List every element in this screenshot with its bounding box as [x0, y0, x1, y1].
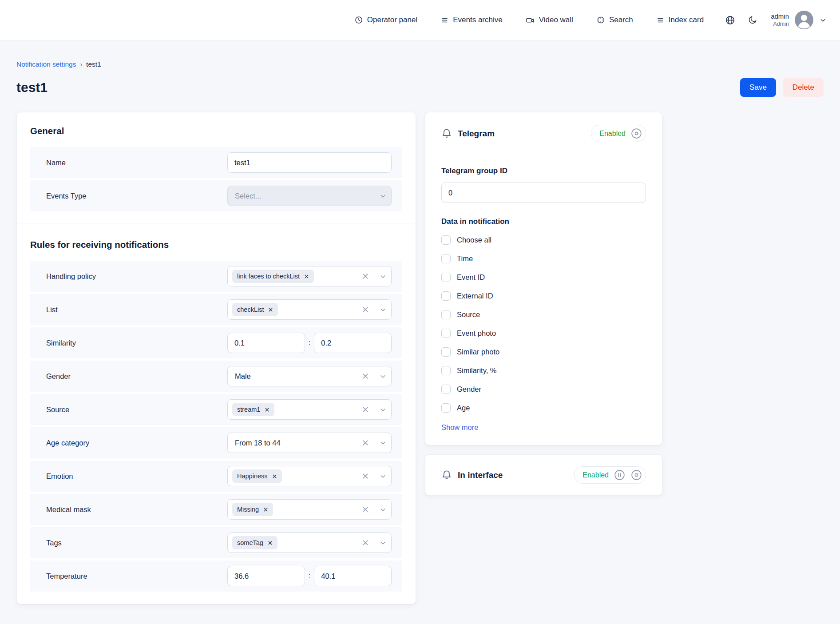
- nav-index-card[interactable]: Index card: [656, 16, 704, 24]
- select-tail: [362, 504, 387, 515]
- remove-chip-icon[interactable]: [268, 307, 273, 312]
- checkbox-label: External ID: [457, 292, 493, 300]
- checkbox-row-time[interactable]: Time: [441, 254, 646, 263]
- checkbox-row-event-photo[interactable]: Event photo: [441, 329, 646, 338]
- checkbox-row-age[interactable]: Age: [441, 403, 646, 413]
- checkbox[interactable]: [441, 347, 451, 357]
- nav-events-archive[interactable]: Events archive: [440, 16, 503, 24]
- clear-icon[interactable]: [362, 373, 369, 380]
- checkbox-row-source[interactable]: Source: [441, 310, 646, 319]
- chevron-down-icon[interactable]: [379, 539, 387, 547]
- stop-circle-icon[interactable]: [630, 469, 642, 481]
- clear-icon[interactable]: [362, 439, 369, 446]
- chevron-down-icon[interactable]: [379, 306, 387, 314]
- nav-label: Events archive: [453, 16, 503, 24]
- clear-icon[interactable]: [362, 406, 369, 413]
- telegram-group-id-input[interactable]: [441, 183, 646, 203]
- chevron-down-icon[interactable]: [379, 192, 387, 200]
- breadcrumb-root-link[interactable]: Notification settings: [16, 60, 76, 68]
- tags-select[interactable]: someTag: [227, 533, 392, 553]
- chevron-down-icon[interactable]: [379, 273, 387, 280]
- checkbox[interactable]: [441, 385, 451, 394]
- stop-circle-icon[interactable]: [630, 127, 642, 139]
- name-row: Name: [30, 147, 402, 178]
- in-interface-header: In interface Enabled: [441, 466, 646, 484]
- checkbox-row-event-id[interactable]: Event ID: [441, 273, 646, 282]
- checkbox[interactable]: [441, 273, 451, 282]
- list-icon: [440, 16, 449, 24]
- save-button[interactable]: Save: [740, 78, 776, 97]
- medical-mask-select[interactable]: Missing: [227, 499, 392, 520]
- show-more-link[interactable]: Show more: [441, 423, 478, 432]
- chevron-down-icon[interactable]: [379, 373, 387, 380]
- checkbox[interactable]: [441, 329, 451, 338]
- remove-chip-icon[interactable]: [263, 507, 268, 512]
- nav-operator-panel[interactable]: Operator panel: [354, 16, 417, 24]
- checkbox[interactable]: [441, 235, 451, 245]
- nav-video-wall[interactable]: Video wall: [526, 16, 573, 25]
- temperature-from-input[interactable]: [227, 566, 305, 586]
- clear-icon[interactable]: [362, 539, 369, 546]
- chevron-down-icon[interactable]: [379, 506, 387, 513]
- user-menu[interactable]: admin Admin: [771, 11, 827, 29]
- handling-policy-select[interactable]: link faces to checkList: [227, 266, 392, 286]
- remove-chip-icon[interactable]: [268, 541, 273, 545]
- temperature-to-input[interactable]: [314, 566, 392, 586]
- select-value-area: Happiness: [232, 469, 362, 483]
- similarity-label: Similarity: [46, 339, 76, 347]
- top-navigation: Operator panel Events archive Video wall…: [0, 0, 840, 40]
- nav-label: Video wall: [539, 16, 573, 24]
- checkbox-label: Event photo: [457, 329, 496, 338]
- similarity-to-input[interactable]: [314, 333, 392, 353]
- checkbox[interactable]: [441, 291, 451, 301]
- checkbox[interactable]: [441, 403, 451, 413]
- checkbox[interactable]: [441, 254, 451, 263]
- clear-icon[interactable]: [362, 506, 369, 513]
- select-separator: [374, 437, 375, 449]
- pause-circle-icon[interactable]: [614, 469, 626, 481]
- list-row: List checkList: [30, 294, 402, 325]
- clear-icon[interactable]: [362, 473, 369, 480]
- chevron-down-icon[interactable]: [379, 406, 387, 413]
- checkbox[interactable]: [441, 310, 451, 319]
- select-value: From 18 to 44: [232, 439, 281, 447]
- events-type-select[interactable]: Select...: [227, 186, 392, 206]
- nav-search[interactable]: Search: [596, 16, 633, 24]
- dark-mode-moon-icon[interactable]: [748, 15, 757, 25]
- chevron-down-icon[interactable]: [379, 473, 387, 480]
- checkbox-row-similarity[interactable]: Similarity, %: [441, 366, 646, 375]
- clear-icon[interactable]: [362, 273, 369, 280]
- delete-button[interactable]: Delete: [783, 78, 824, 97]
- events-type-control: Select...: [227, 186, 392, 206]
- nav-label: Index card: [669, 16, 704, 24]
- similarity-from-input[interactable]: [227, 333, 305, 353]
- checkbox[interactable]: [441, 366, 451, 375]
- name-input[interactable]: [227, 152, 392, 173]
- checkbox-row-similar-photo[interactable]: Similar photo: [441, 347, 646, 357]
- gender-select[interactable]: Male: [227, 366, 392, 386]
- remove-chip-icon[interactable]: [265, 407, 269, 412]
- select-value-area: Missing: [232, 503, 362, 516]
- source-select[interactable]: stream1: [227, 399, 392, 420]
- checkbox-row-choose-all[interactable]: Choose all: [441, 235, 646, 245]
- emotion-select[interactable]: Happiness: [227, 466, 392, 486]
- select-separator: [374, 304, 375, 315]
- telegram-card: Telegram Enabled Telegram group ID Data …: [425, 112, 662, 445]
- select-separator: [374, 470, 375, 482]
- chevron-down-icon[interactable]: [379, 439, 387, 447]
- checkbox-row-external-id[interactable]: External ID: [441, 291, 646, 301]
- clear-icon[interactable]: [362, 306, 369, 313]
- gender-label: Gender: [46, 372, 71, 381]
- breadcrumb-separator: ›: [80, 61, 82, 68]
- nav-label: Operator panel: [367, 16, 417, 24]
- remove-chip-icon[interactable]: [304, 274, 309, 279]
- similarity-row: Similarity :: [30, 327, 402, 358]
- remove-chip-icon[interactable]: [272, 474, 277, 479]
- age-category-label: Age category: [46, 439, 89, 447]
- age-category-select[interactable]: From 18 to 44: [227, 433, 392, 453]
- list-select[interactable]: checkList: [227, 299, 392, 320]
- language-globe-icon[interactable]: [725, 15, 735, 25]
- handling-policy-label: Handling policy: [46, 272, 96, 281]
- checkbox-label: Event ID: [457, 273, 485, 282]
- checkbox-row-gender[interactable]: Gender: [441, 385, 646, 394]
